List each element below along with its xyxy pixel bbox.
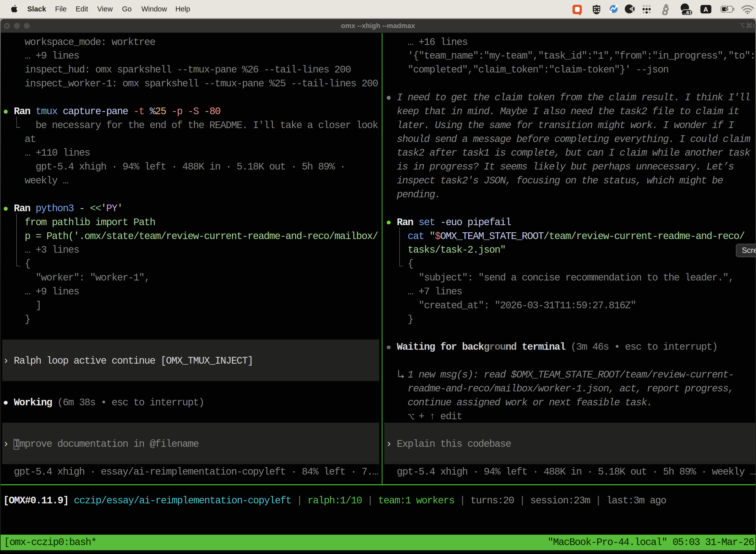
svg-text:1: 1 <box>752 22 755 28</box>
svg-text:..61: ..61 <box>683 10 692 15</box>
svg-text:A: A <box>703 6 708 13</box>
